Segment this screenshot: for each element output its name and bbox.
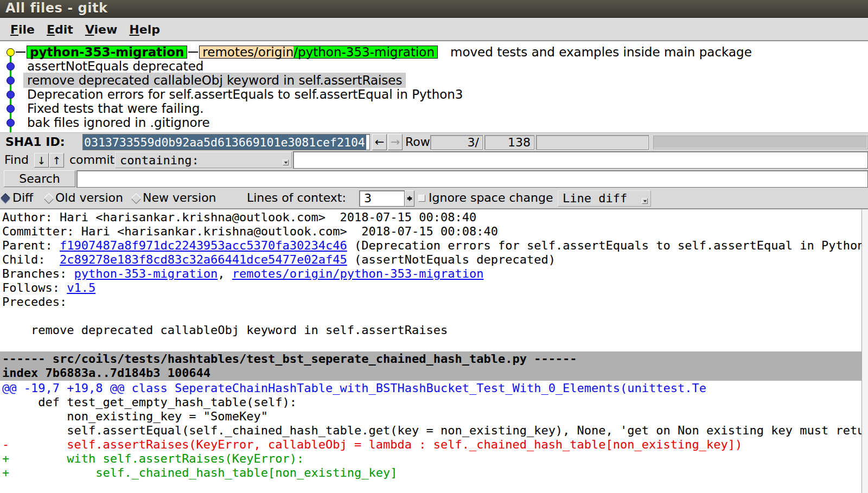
menu-bar: FileEditViewHelp: [0, 18, 868, 41]
detail-line: [0, 309, 861, 323]
row-total-field: 138: [484, 135, 534, 150]
commit-node-icon: [7, 76, 15, 85]
ref-branch: /python-353-migration: [293, 46, 437, 58]
menu-item-edit[interactable]: Edit: [42, 22, 78, 37]
commit-row[interactable]: python-353-migrationremotes/origin/pytho…: [0, 45, 868, 59]
menu-item-view[interactable]: View: [80, 22, 122, 37]
search-bar: Search: [0, 169, 868, 189]
spinner-buttons[interactable]: [405, 190, 414, 207]
title-bar: All files - gitk: [0, 0, 868, 18]
row-label: Row: [405, 135, 430, 149]
commit-row[interactable]: assertNotEquals deprecated: [0, 59, 868, 73]
history-back-button[interactable]: ←: [372, 134, 387, 150]
find-commit-label: commit: [69, 153, 114, 167]
diff-radio-label[interactable]: Diff: [12, 191, 33, 204]
lines-of-context-spinner[interactable]: 3: [359, 190, 414, 207]
ignore-space-label[interactable]: Ignore space change: [429, 191, 553, 204]
diff-options-bar: Diff Old version New version Lines of co…: [0, 189, 868, 208]
old-version-radio-icon[interactable]: [44, 194, 54, 203]
detail-text: Committer: Hari <harisankar.krishna@outl…: [2, 225, 498, 238]
commit-node-icon: [7, 105, 15, 113]
search-input[interactable]: [76, 170, 868, 188]
diff-line-add: + self._chained_hash_table[non_existing_…: [0, 466, 861, 480]
detail-line: Precedes:: [0, 295, 861, 309]
vertical-scrollbar[interactable]: [861, 209, 868, 493]
graph-edge: [16, 52, 25, 53]
commit-message[interactable]: Deprecation errors for self.assertEquals…: [23, 87, 467, 102]
find-button[interactable]: Find: [4, 153, 29, 167]
diff-file-name[interactable]: ------ src/coils/tests/hashtables/test_b…: [0, 352, 861, 366]
commit-link[interactable]: python-353-migration: [74, 267, 218, 280]
diff-index-line: index 7b6883a..7d184b3 100644: [0, 366, 861, 380]
history-forward-button[interactable]: →: [388, 134, 403, 150]
detail-text: Parent:: [2, 239, 60, 252]
spin-down-icon[interactable]: [407, 197, 412, 204]
lines-of-context-label: Lines of context:: [247, 191, 346, 204]
sha1-input[interactable]: 0313733559d0b92aa5d613669101e3081cef2104: [82, 134, 370, 150]
detail-line: Author: Hari <harisankar.krishna@outlook…: [0, 210, 861, 225]
commit-row[interactable]: Fixed tests that were failing.: [0, 101, 868, 116]
find-bar: Find ↓ ↑ commit containing:: [0, 151, 868, 169]
sha1-label: SHA1 ID:: [5, 135, 65, 149]
detail-text: remove deprecated callableObj keyword in…: [2, 323, 448, 337]
lines-of-context-value[interactable]: 3: [359, 190, 405, 207]
detail-line: remove deprecated callableObj keyword in…: [0, 323, 861, 337]
menu-item-help[interactable]: Help: [124, 22, 165, 37]
commit-row[interactable]: bak files ignored in .gitignore: [0, 116, 868, 130]
commit-message[interactable]: assertNotEquals deprecated: [23, 59, 207, 74]
commit-message[interactable]: bak files ignored in .gitignore: [23, 115, 214, 130]
diff-radio-icon[interactable]: [1, 194, 10, 203]
commit-message[interactable]: Fixed tests that were failing.: [23, 101, 208, 116]
diff-file-header[interactable]: ------ src/coils/tests/hashtables/test_b…: [0, 351, 861, 381]
commit-list: python-353-migrationremotes/origin/pytho…: [0, 45, 868, 130]
find-prev-button[interactable]: ↓: [34, 153, 49, 168]
ref-remote: remotes/origin: [200, 46, 293, 58]
detail-line: Child: 2c89278e183f8cd83c32a66441dce5477…: [0, 253, 861, 267]
ignore-space-checkbox[interactable]: [418, 195, 425, 202]
detail-text: (assertNotEquals deprecated): [347, 253, 556, 266]
find-input[interactable]: [293, 151, 868, 169]
commit-link[interactable]: v1.5: [67, 281, 95, 294]
dropdown-arrow-icon: [642, 198, 648, 204]
new-version-radio-label[interactable]: New version: [143, 191, 216, 204]
diff-line-ctx: self.assertEqual(self._chained_hash_tabl…: [0, 424, 861, 438]
old-version-radio-label[interactable]: Old version: [55, 191, 123, 204]
row-current-field: 3/: [430, 135, 483, 150]
commit-graph-pane[interactable]: python-353-migrationremotes/origin/pytho…: [0, 41, 868, 132]
ref-branch: python-353-migration: [27, 46, 187, 58]
new-version-radio-icon[interactable]: [132, 194, 141, 203]
back-arrow-icon: ←: [375, 136, 385, 149]
commit-message[interactable]: remove deprecated callableObj keyword in…: [23, 73, 406, 88]
diff-lines: @@ -19,7 +19,8 @@ class SeperateChainHas…: [0, 381, 861, 480]
ref-label[interactable]: remotes/origin/python-353-migration: [199, 46, 438, 59]
search-button-label: Search: [19, 172, 60, 185]
diff-mode-dropdown[interactable]: Line diff: [558, 190, 651, 207]
commit-node-icon: [7, 91, 15, 99]
commit-link[interactable]: 2c89278e183f8cd83c32a66441dce5477e02af45: [60, 253, 347, 266]
diff-pane[interactable]: Author: Hari <harisankar.krishna@outlook…: [0, 208, 868, 493]
find-match-value: containing:: [120, 153, 199, 167]
progress-bar: [653, 136, 868, 149]
diff-line-add: + with self.assertRaises(KeyError):: [0, 452, 861, 466]
find-next-button[interactable]: ↑: [49, 153, 64, 168]
commit-details: Author: Hari <harisankar.krishna@outlook…: [0, 210, 861, 351]
commit-link[interactable]: remotes/origin/python-353-migration: [232, 267, 484, 280]
search-button[interactable]: Search: [4, 170, 75, 187]
ref-label[interactable]: python-353-migration: [27, 46, 187, 59]
detail-line: Follows: v1.5: [0, 281, 861, 295]
commit-row[interactable]: Deprecation errors for self.assertEquals…: [0, 87, 868, 101]
dropdown-arrow-icon: [283, 159, 289, 165]
commit-link[interactable]: f1907487a8f971dc2243953acc5370fa30234c46: [60, 239, 347, 252]
find-match-dropdown[interactable]: containing:: [115, 152, 292, 168]
detail-text: Branches:: [2, 267, 74, 280]
diff-line-hunk: @@ -19,7 +19,8 @@ class SeperateChainHas…: [0, 381, 861, 395]
detail-line: Parent: f1907487a8f971dc2243953acc5370fa…: [0, 239, 861, 253]
detail-line: Branches: python-353-migration, remotes/…: [0, 267, 861, 281]
commit-message[interactable]: moved tests and examples inside main pac…: [446, 44, 756, 60]
detail-text: Precedes:: [2, 295, 74, 309]
commit-row[interactable]: remove deprecated callableObj keyword in…: [0, 73, 868, 87]
commit-node-icon: [7, 48, 15, 56]
detail-line: Committer: Hari <harisankar.krishna@outl…: [0, 225, 861, 239]
sha1-bar: SHA1 ID: 0313733559d0b92aa5d613669101e30…: [0, 132, 868, 151]
menu-item-file[interactable]: File: [5, 22, 40, 37]
